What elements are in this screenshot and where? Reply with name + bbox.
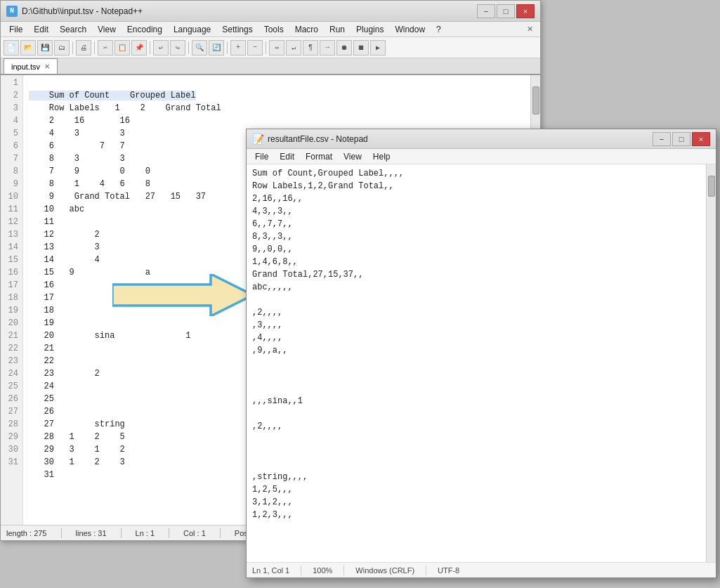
np-menubar: File Edit Format View Help <box>247 149 716 164</box>
npp-scroll-thumb[interactable] <box>532 86 539 115</box>
arrow-container <box>112 274 253 319</box>
npp-close-btn[interactable]: × <box>516 4 535 18</box>
np-win-controls: − □ × <box>653 132 710 146</box>
np-menu-file[interactable]: File <box>249 150 274 163</box>
np-scroll-thumb[interactable] <box>708 176 715 197</box>
np-close-btn[interactable]: × <box>692 132 710 146</box>
npp-menu-help[interactable]: ? <box>431 23 447 36</box>
npp-menu-edit[interactable]: Edit <box>28 23 54 36</box>
np-menu-format[interactable]: Format <box>300 150 338 163</box>
npp-maximize-btn[interactable]: □ <box>497 4 515 18</box>
npp-app-icon: N <box>6 6 18 17</box>
np-status-lineending: Windows (CRLF) <box>355 566 414 575</box>
np-menu-view[interactable]: View <box>338 150 367 163</box>
np-title: resultantFile.csv - Notepad <box>268 134 653 144</box>
npp-tab-close[interactable]: ✕ <box>44 63 50 70</box>
npp-menu-settings[interactable]: Settings <box>216 23 258 36</box>
npp-line-numbers: 12345 678910 1112131415 1617181920 21222… <box>1 75 23 526</box>
tb-sep5 <box>227 41 228 54</box>
tb-wordwrap[interactable]: ↵ <box>286 40 301 55</box>
npp-minimize-btn[interactable]: − <box>477 4 495 18</box>
np-menu-edit[interactable]: Edit <box>274 150 300 163</box>
tb-save[interactable]: 💾 <box>37 40 53 55</box>
npp-title: D:\Github\\input.tsv - Notepad++ <box>22 6 477 16</box>
npp-tab-label: input.tsv <box>11 63 40 71</box>
np-menu-help[interactable]: Help <box>367 150 396 163</box>
np-editor-content[interactable]: Sum of Count,Grouped Label,,,, Row Label… <box>247 164 706 562</box>
npp-status-sep2 <box>121 528 122 538</box>
np-status-zoom: 100% <box>313 566 332 575</box>
np-titlebar: 📝 resultantFile.csv - Notepad − □ × <box>247 129 716 149</box>
npp-menu-tools[interactable]: Tools <box>258 23 289 36</box>
tb-sep4 <box>188 41 189 54</box>
tb-new[interactable]: 📄 <box>4 40 19 55</box>
np-status-sep2 <box>343 566 344 575</box>
tb-redo[interactable]: ↪ <box>170 40 185 55</box>
tb-macro-play[interactable]: ▶ <box>370 40 386 55</box>
np-status-sep3 <box>426 566 426 575</box>
tb-open[interactable]: 📂 <box>20 40 36 55</box>
tb-macro-rec[interactable]: ⏺ <box>336 40 352 55</box>
npp-titlebar: N D:\Github\\input.tsv - Notepad++ − □ × <box>1 1 540 22</box>
npp-status-sep1 <box>61 528 62 538</box>
tb-allchar[interactable]: ¶ <box>303 40 318 55</box>
npp-menu-language[interactable]: Language <box>168 23 216 36</box>
tb-zoomin[interactable]: + <box>230 40 246 55</box>
npp-status-col: Col : 1 <box>183 529 206 537</box>
tb-undo[interactable]: ↩ <box>153 40 169 55</box>
tb-saveall[interactable]: 🗂 <box>54 40 70 55</box>
npp-status-sep4 <box>220 528 221 538</box>
npp-menubar: File Edit Search View Encoding Language … <box>1 22 540 37</box>
direction-arrow <box>112 274 253 316</box>
tb-macro-stop[interactable]: ⏹ <box>353 40 369 55</box>
np-maximize-btn[interactable]: □ <box>672 132 690 146</box>
tb-cut[interactable]: ✂ <box>98 40 113 55</box>
npp-menu-file[interactable]: File <box>4 23 28 36</box>
npp-status-sep3 <box>169 528 169 538</box>
tb-sep1 <box>72 41 73 54</box>
tb-syncscroll[interactable]: ⇔ <box>269 40 284 55</box>
tb-sep3 <box>150 41 150 54</box>
tb-sep2 <box>94 41 95 54</box>
tb-zoomout[interactable]: − <box>247 40 263 55</box>
npp-menu-macro[interactable]: Macro <box>289 23 324 36</box>
tb-copy[interactable]: 📋 <box>114 40 130 55</box>
tb-indent[interactable]: → <box>320 40 335 55</box>
npp-menu-plugins[interactable]: Plugins <box>351 23 389 36</box>
npp-menu-window[interactable]: Window <box>389 23 431 36</box>
npp-status-lines: lines : 31 <box>76 529 107 537</box>
tb-replace[interactable]: 🔄 <box>209 40 224 55</box>
np-app-icon: 📝 <box>252 133 263 145</box>
npp-menu-encoding[interactable]: Encoding <box>122 23 168 36</box>
np-scrollbar[interactable] <box>706 164 716 562</box>
notepad-window: 📝 resultantFile.csv - Notepad − □ × File… <box>246 129 716 578</box>
np-minimize-btn[interactable]: − <box>653 132 671 146</box>
tb-sep6 <box>266 41 266 54</box>
npp-tabbar: input.tsv ✕ <box>1 58 540 75</box>
npp-tab-inputtsv[interactable]: input.tsv ✕ <box>4 58 58 74</box>
tb-paste[interactable]: 📌 <box>131 40 147 55</box>
npp-status-length: length : 275 <box>6 529 47 537</box>
np-status-sep1 <box>301 566 301 575</box>
tb-print[interactable]: 🖨 <box>76 40 91 55</box>
npp-toolbar: 📄 📂 💾 🗂 🖨 ✂ 📋 📌 ↩ ↪ 🔍 🔄 + − ⇔ ↵ ¶ → ⏺ ⏹ … <box>1 37 540 58</box>
npp-status-ln: Ln : 1 <box>136 529 155 537</box>
np-status-lncol: Ln 1, Col 1 <box>252 566 289 575</box>
npp-menu-run[interactable]: Run <box>324 23 351 36</box>
npp-menu-search[interactable]: Search <box>54 23 92 36</box>
npp-win-controls: − □ × <box>477 4 535 18</box>
tb-find[interactable]: 🔍 <box>192 40 207 55</box>
npp-menu-view[interactable]: View <box>92 23 122 36</box>
np-status-encoding: UTF-8 <box>438 566 459 575</box>
np-statusbar: Ln 1, Col 1 100% Windows (CRLF) UTF-8 <box>247 562 716 577</box>
npp-exit-btn[interactable]: ✕ <box>523 23 537 35</box>
svg-marker-0 <box>112 274 253 316</box>
